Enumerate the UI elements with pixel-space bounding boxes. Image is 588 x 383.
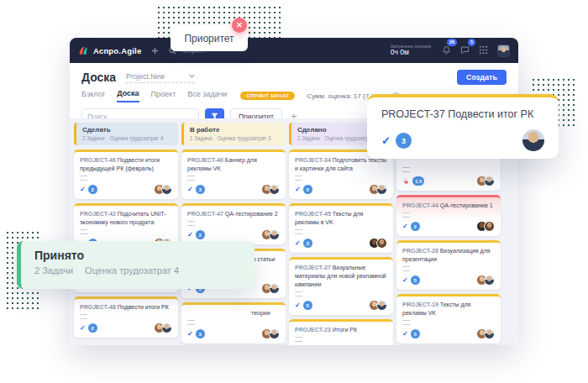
column-header[interactable]: В работе1 ЗадачаОценка трудозатрат 3 [181, 123, 286, 145]
task-card[interactable]: теории✓3 [181, 302, 286, 344]
chevron-down-icon [189, 74, 195, 78]
bell-icon [442, 45, 451, 55]
task-card-project-48[interactable]: PROJECT-48Подвести итоги РК✓2 [74, 296, 178, 338]
task-card-project-45[interactable]: PROJECT-45Тексты для рекламы в VK✓3 [289, 203, 393, 253]
add-icon[interactable] [151, 47, 159, 55]
avatar [161, 323, 172, 333]
task-title: теории [251, 310, 270, 316]
create-button[interactable]: Создать [457, 70, 507, 85]
task-card-project-23[interactable]: PROJECT-23Итоги РК✓5 [289, 319, 393, 345]
task-card-project-44[interactable]: PROJECT-44QA-тестирование 1✓2 [396, 195, 501, 236]
avatar [269, 328, 280, 339]
board-select[interactable]: Project.New [126, 72, 195, 83]
description-icon [295, 291, 302, 296]
estimate-badge: 3 [303, 239, 312, 248]
tab-board[interactable]: Доска [117, 89, 139, 102]
check-icon: ✓ [295, 302, 301, 309]
assignee-avatars [476, 221, 495, 232]
column-subtitle: 2 ЗадачиОценка трудозатрат 4 [82, 135, 172, 141]
task-id: PROJECT-37 [295, 265, 331, 270]
description-icon [402, 167, 410, 172]
page-title: Доска [81, 71, 116, 84]
check-icon: ✓ [295, 239, 301, 247]
board-column-2: В работе1 ЗадачаОценка трудозатрат 3PROJ… [181, 123, 286, 345]
task-card-footer: ✓5 [402, 328, 495, 339]
task-card-project-37[interactable]: PROJECT-37Визуальные материалы для новой… [289, 257, 393, 315]
task-card-footer: ✓5 [402, 275, 495, 286]
app-logo-icon [78, 45, 89, 56]
task-title: Подвести итог РК [448, 108, 533, 120]
avatar [484, 221, 495, 232]
avatar [484, 176, 495, 186]
column-subtitle: 1 ЗадачаОценка трудозатрат 3 [190, 135, 280, 141]
task-card-title: PROJECT-44QA-тестирование 1 [402, 202, 495, 210]
estimate-badge: 2 [196, 230, 205, 239]
task-card-title: теории [187, 309, 280, 317]
apps-grid-button[interactable] [479, 43, 488, 58]
avatar [269, 229, 280, 240]
column-task-count: 1 Задача [297, 135, 319, 141]
assignee-avatars [261, 229, 280, 240]
task-card-project-46[interactable]: PROJECT-46Подвести итоги предыдущей РК (… [74, 150, 178, 199]
accepted-column-callout: Принято 2 Задачи Оценка трудозатрат 4 [17, 241, 255, 289]
description-icon [295, 337, 302, 342]
messages-button[interactable]: 5 [460, 43, 470, 58]
task-id: PROJECT-28 [402, 248, 438, 254]
app-window: Аспро.Agile Спринт Затрачено сегодня 0ч … [70, 38, 518, 345]
estimate-badge: 2 [411, 222, 420, 231]
task-title: QA-тестирование 1 [440, 202, 493, 208]
task-id: PROJECT-45 [295, 211, 331, 217]
description-icon [187, 176, 195, 181]
estimate-badge: 2 [88, 323, 97, 333]
tab-backlog[interactable]: Бэклог [81, 90, 105, 102]
task-card-title: PROJECT-37Визуальные материалы для новой… [295, 264, 387, 289]
task-card-footer: ✓2 [187, 229, 280, 240]
task-card-title: PROJECT-46Подвести итоги предыдущей РК (… [80, 156, 172, 173]
task-id: PROJECT-34 [295, 157, 331, 163]
close-icon[interactable]: ✕ [232, 18, 247, 33]
task-title: QA-тестирование 2 [225, 211, 278, 217]
assignee-avatars [154, 184, 172, 195]
accepted-subtitle: 2 Задачи Оценка трудозатрат 4 [34, 265, 241, 275]
check-icon: ✓ [402, 330, 408, 338]
task-card-title: PROJECT-28Визуализация для презентации [402, 247, 495, 264]
notifications-button[interactable]: 26 [442, 43, 451, 58]
task-id: PROJECT-46 [80, 157, 116, 163]
task-card-project-40[interactable]: PROJECT-40Баннер для рекламы VK✓3 [181, 150, 286, 199]
task-id: PROJECT-48 [80, 304, 116, 310]
task-id: PROJECT-42 [80, 211, 116, 217]
app-logo[interactable]: Аспро.Agile [78, 45, 141, 56]
estimate-badge: 3 [196, 329, 205, 338]
sprint-status-badge: СПРИНТ НАЧАТ [240, 92, 295, 100]
column-header[interactable]: Сделать2 ЗадачиОценка трудозатрат 4 [74, 123, 178, 145]
task-card-title: PROJECT-23Итоги РК [295, 326, 387, 334]
check-icon: ✓ [187, 231, 193, 239]
description-icon [295, 176, 302, 181]
zoomed-task-card[interactable]: PROJECT-37 Подвести итог РК ✓ 3 [367, 94, 559, 159]
assignee-avatars [261, 184, 280, 195]
notifications-badge: 26 [447, 39, 457, 46]
avatar [522, 129, 544, 151]
task-card-project-28[interactable]: PROJECT-28Визуализация для презентации✓5 [396, 240, 501, 290]
user-avatar[interactable] [497, 45, 510, 57]
task-id: PROJECT-19 [402, 302, 438, 307]
zoomed-card-footer: ✓ 3 [381, 129, 544, 151]
task-id: PROJECT-23 [295, 327, 331, 333]
estimate-badge: 5 [303, 301, 312, 310]
task-id: PROJECT-47 [187, 211, 223, 217]
tab-project[interactable]: Проект [151, 90, 176, 102]
column-task-count: 2 Задачи [82, 135, 104, 141]
task-card-footer: ✓2 [80, 323, 172, 333]
estimate-badge: 3 [396, 133, 412, 149]
tab-all-tasks[interactable]: Все задачи [187, 90, 227, 102]
column-estimate: Оценка трудозатрат 3 [217, 135, 270, 141]
accepted-tasks-count: 2 Задачи [34, 265, 73, 275]
task-title: Итоги РК [333, 327, 357, 333]
estimate-badge: 2 [88, 185, 97, 194]
task-title: Подвести итоги РК [118, 304, 169, 310]
topbar-right: Затрачено сегодня 0ч 0м 26 5 [391, 43, 510, 58]
task-card-project-19[interactable]: PROJECT-19Тексты для рекламы VK✓5 [396, 294, 501, 344]
task-card-project-47[interactable]: PROJECT-47QA-тестирование 2✓2 [181, 203, 286, 244]
check-icon: ✓ [187, 186, 193, 193]
check-icon: ✓ [80, 186, 86, 193]
